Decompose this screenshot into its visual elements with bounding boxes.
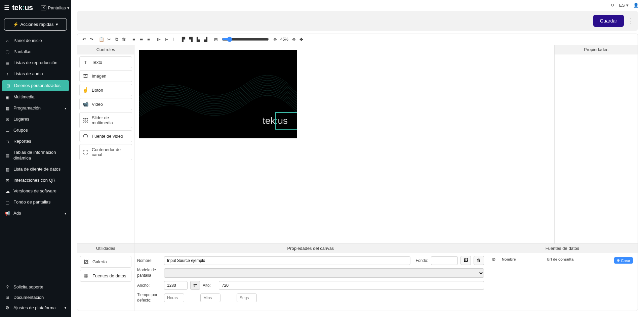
menu-icon[interactable]: ☰ — [4, 4, 9, 11]
segs-input[interactable] — [237, 293, 257, 302]
tiempo-label: Tiempo por defecto: — [137, 292, 161, 303]
horas-input[interactable] — [164, 293, 184, 302]
control-item[interactable]: 🖼Imágen — [79, 70, 132, 82]
canvas-preview[interactable]: tek:us — [139, 50, 297, 138]
control-label: Slider de multimedia — [92, 115, 129, 125]
nav-main: ⌂Panel de inicio▢Pantallas≣Listas de rep… — [0, 35, 71, 279]
nav-item[interactable]: 📢Ads▾ — [0, 208, 71, 219]
control-label: Fuente de video — [92, 134, 123, 139]
data-sources-panel: Fuentes de datos ID Nombre Url de consul… — [487, 244, 638, 311]
control-label: Botón — [92, 88, 103, 93]
align-right-icon[interactable]: ≡ — [145, 36, 152, 43]
nav-icon: ▢ — [5, 49, 10, 54]
editor-toolbar: ↶ ↷ 📋 ✂ ⧉ 🗑 ≡ ≣ ≡ ⊪ ⊩ ⫴ ▛ ▜ ▙ ▟ — [77, 34, 638, 45]
nav-item[interactable]: ♪Listas de audio — [0, 69, 71, 80]
nav-icon: ⚙ — [5, 305, 10, 310]
nav-item[interactable]: ▣Multimedia — [0, 92, 71, 103]
fondo-input[interactable] — [431, 256, 458, 265]
nombre-input[interactable] — [164, 256, 410, 265]
fondo-delete-button[interactable]: 🗑 — [474, 256, 484, 265]
nav-icon: ⊙ — [5, 117, 10, 122]
nav-icon: ♪ — [5, 72, 10, 77]
canvas-area[interactable]: tek:us — [134, 45, 554, 243]
send-back-icon[interactable]: ▟ — [202, 36, 209, 43]
paste-icon[interactable]: 📋 — [98, 36, 105, 43]
control-item[interactable]: ⛶Contenedor de canal — [79, 144, 132, 160]
nav-item[interactable]: ⊡Interacciones con QR — [0, 175, 71, 186]
col-id: ID — [492, 257, 502, 264]
modelo-select[interactable] — [164, 268, 484, 278]
send-backward-icon[interactable]: ▙ — [195, 36, 202, 43]
nav-icon: ▤ — [5, 153, 10, 158]
ancho-input[interactable] — [164, 281, 188, 290]
control-item[interactable]: 📹Video — [79, 98, 132, 110]
swap-dimensions-button[interactable]: ⇄ — [190, 281, 200, 290]
nav-footer-item[interactable]: ⚙Ajustes de plataforma▾ — [0, 303, 71, 313]
control-item[interactable]: 🖼Slider de multimedia — [79, 112, 132, 128]
utility-item[interactable]: ▦Fuentes de datos — [80, 270, 131, 282]
nav-item[interactable]: ▥Lista de cliente de datos — [0, 164, 71, 175]
nav-item[interactable]: ≣Listas de reproducción — [0, 57, 71, 69]
zoom-slider[interactable] — [222, 37, 269, 42]
move-icon[interactable]: ✥ — [298, 36, 305, 43]
control-item[interactable]: ☝Botón — [79, 84, 132, 96]
nav-footer-item[interactable]: 🗎Documentación — [0, 292, 71, 303]
nav-item[interactable]: ☁Versiones de software — [0, 186, 71, 197]
grid-icon[interactable]: ⊞ — [212, 36, 219, 43]
chevron-down-icon: ▾ — [56, 22, 58, 27]
nav-icon: 〽 — [5, 139, 10, 144]
undo-icon[interactable]: ↶ — [81, 36, 87, 43]
controls-list: TTexto🖼Imágen☝Botón📹Video🖼Slider de mult… — [77, 54, 134, 243]
create-data-source-button[interactable]: ⊕ Crear — [614, 257, 633, 264]
more-options-icon[interactable]: ⋮ — [628, 17, 634, 25]
control-icon: 📹 — [82, 101, 88, 107]
nav-icon: ⊞ — [5, 83, 11, 88]
fondo-pick-button[interactable]: 🖼 — [460, 256, 471, 265]
nav-item[interactable]: ▢Fondo de pantallas — [0, 197, 71, 208]
nav-icon: ▭ — [5, 128, 10, 133]
nav-label: Solicita soporte — [13, 284, 43, 289]
lang-selector[interactable]: ES ▾ — [619, 3, 629, 8]
nav-item[interactable]: ▭Grupos — [0, 125, 71, 136]
control-item[interactable]: 🖵Fuente de video — [79, 130, 132, 142]
distribute-v-icon[interactable]: ⊩ — [163, 36, 169, 43]
history-icon[interactable]: ↺ — [611, 3, 614, 8]
align-left-icon[interactable]: ≡ — [130, 36, 137, 43]
user-icon[interactable]: 👤 — [633, 3, 639, 8]
redo-icon[interactable]: ↷ — [88, 36, 95, 43]
nav-item[interactable]: ⊙Lugares — [0, 114, 71, 125]
control-item[interactable]: TTexto — [79, 56, 132, 68]
nav-item[interactable]: ▢Pantallas — [0, 46, 71, 57]
utilities-panel-title: Utilidades — [77, 244, 134, 253]
copy-icon[interactable]: ⧉ — [113, 36, 120, 43]
canvas-logo: tek:us — [263, 116, 288, 126]
zoom-in-icon[interactable]: ⊕ — [290, 36, 297, 43]
align-center-icon[interactable]: ≣ — [138, 36, 145, 43]
nav-item[interactable]: 〽Reportes — [0, 136, 71, 147]
nav-label: Interacciones con QR — [13, 178, 55, 183]
mins-input[interactable] — [200, 293, 220, 302]
nav-footer-item[interactable]: ?Solicita soporte — [0, 282, 71, 292]
nav-icon: ▦ — [5, 106, 10, 111]
zoom-out-icon[interactable]: ⊖ — [272, 36, 278, 43]
quick-actions-button[interactable]: ⚡ Acciones rápidas ▾ — [4, 18, 67, 31]
distribute-h-icon[interactable]: ⊪ — [155, 36, 162, 43]
nav-label: Ads — [13, 211, 21, 216]
bring-forward-icon[interactable]: ▜ — [188, 36, 194, 43]
nav-item[interactable]: ⊞Diseños personalizados — [2, 80, 69, 91]
bring-front-icon[interactable]: ▛ — [180, 36, 187, 43]
cut-icon[interactable]: ✂ — [106, 36, 112, 43]
nav-icon: ⌂ — [5, 38, 10, 43]
canvas-properties-title: Propiedades del canvas — [134, 244, 487, 253]
spacing-icon[interactable]: ⫴ — [170, 36, 177, 43]
nav-item[interactable]: ⌂Panel de inicio — [0, 35, 71, 46]
nav-item[interactable]: ▤Tablas de información dinámica — [0, 147, 71, 164]
controls-panel: Controles TTexto🖼Imágen☝Botón📹Video🖼Slid… — [77, 45, 134, 243]
alto-input[interactable] — [219, 281, 484, 290]
workspace-selector[interactable]: K Pantallas ▾ — [41, 5, 70, 10]
utility-item[interactable]: 🖼Galería — [80, 256, 131, 268]
nav-label: Panel de inicio — [13, 38, 42, 44]
save-button[interactable]: Guardar — [593, 15, 624, 27]
nav-item[interactable]: ▦Programación▾ — [0, 103, 71, 114]
delete-icon[interactable]: 🗑 — [120, 36, 127, 43]
